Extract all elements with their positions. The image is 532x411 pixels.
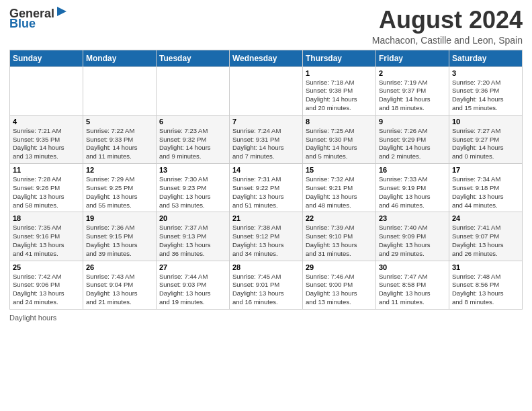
logo-blue: Blue [9, 17, 36, 30]
calendar-cell: 12Sunrise: 7:29 AMSunset: 9:25 PMDayligh… [83, 164, 157, 212]
calendar-cell [10, 66, 83, 115]
page: General Blue August 2024 Machacon, Casti… [0, 0, 532, 411]
day-number: 2 [379, 69, 446, 77]
calendar-cell: 26Sunrise: 7:43 AMSunset: 9:04 PMDayligh… [83, 261, 157, 309]
svg-marker-0 [57, 7, 66, 16]
day-info: Sunrise: 7:25 AMSunset: 9:30 PMDaylight:… [306, 127, 373, 161]
day-number: 4 [13, 118, 80, 126]
calendar-header-row: SundayMondayTuesdayWednesdayThursdayFrid… [10, 50, 523, 66]
day-info: Sunrise: 7:38 AMSunset: 9:12 PMDaylight:… [232, 224, 300, 258]
day-number: 30 [379, 263, 446, 271]
calendar-cell: 19Sunrise: 7:36 AMSunset: 9:15 PMDayligh… [83, 212, 157, 261]
calendar-week-row: 25Sunrise: 7:42 AMSunset: 9:06 PMDayligh… [10, 261, 523, 309]
day-info: Sunrise: 7:26 AMSunset: 9:29 PMDaylight:… [379, 127, 446, 161]
calendar-cell [157, 66, 230, 115]
calendar-cell: 20Sunrise: 7:37 AMSunset: 9:13 PMDayligh… [157, 212, 230, 261]
day-of-week-header: Monday [83, 50, 157, 66]
calendar-cell: 17Sunrise: 7:34 AMSunset: 9:18 PMDayligh… [449, 164, 523, 212]
calendar-cell: 11Sunrise: 7:28 AMSunset: 9:26 PMDayligh… [10, 164, 83, 212]
day-number: 8 [306, 118, 373, 126]
day-info: Sunrise: 7:43 AMSunset: 9:04 PMDaylight:… [86, 273, 153, 307]
day-number: 15 [306, 166, 373, 174]
day-of-week-header: Wednesday [230, 50, 303, 66]
day-number: 26 [86, 263, 153, 271]
calendar-week-row: 1Sunrise: 7:18 AMSunset: 9:38 PMDaylight… [10, 66, 523, 115]
calendar-cell: 30Sunrise: 7:47 AMSunset: 8:58 PMDayligh… [376, 261, 449, 309]
footer: Daylight hours [9, 314, 523, 322]
day-number: 22 [306, 214, 373, 222]
day-number: 13 [159, 166, 226, 174]
calendar-cell: 9Sunrise: 7:26 AMSunset: 9:29 PMDaylight… [376, 115, 449, 163]
day-info: Sunrise: 7:30 AMSunset: 9:23 PMDaylight:… [159, 175, 226, 210]
calendar-cell: 28Sunrise: 7:45 AMSunset: 9:01 PMDayligh… [230, 261, 303, 309]
day-number: 17 [452, 166, 519, 174]
calendar-table: SundayMondayTuesdayWednesdayThursdayFrid… [9, 50, 523, 310]
calendar-week-row: 18Sunrise: 7:35 AMSunset: 9:16 PMDayligh… [10, 212, 523, 261]
day-of-week-header: Saturday [449, 50, 523, 66]
title-block: August 2024 Machacon, Castille and Leon,… [372, 7, 523, 46]
day-info: Sunrise: 7:36 AMSunset: 9:15 PMDaylight:… [86, 224, 153, 258]
calendar-cell: 4Sunrise: 7:21 AMSunset: 9:35 PMDaylight… [10, 115, 83, 163]
day-info: Sunrise: 7:33 AMSunset: 9:19 PMDaylight:… [379, 175, 446, 210]
day-number: 9 [379, 118, 446, 126]
day-info: Sunrise: 7:24 AMSunset: 9:31 PMDaylight:… [232, 127, 300, 161]
day-info: Sunrise: 7:42 AMSunset: 9:06 PMDaylight:… [13, 273, 80, 307]
footer-text: Daylight hours [9, 314, 56, 322]
calendar-cell: 13Sunrise: 7:30 AMSunset: 9:23 PMDayligh… [157, 164, 230, 212]
day-number: 31 [452, 263, 519, 271]
calendar-cell: 24Sunrise: 7:41 AMSunset: 9:07 PMDayligh… [449, 212, 523, 261]
day-number: 10 [452, 118, 519, 126]
calendar-cell: 25Sunrise: 7:42 AMSunset: 9:06 PMDayligh… [10, 261, 83, 309]
calendar-cell: 5Sunrise: 7:22 AMSunset: 9:33 PMDaylight… [83, 115, 157, 163]
day-of-week-header: Tuesday [157, 50, 230, 66]
day-of-week-header: Thursday [303, 50, 376, 66]
day-number: 7 [232, 118, 300, 126]
logo-arrow-icon [54, 7, 68, 20]
calendar-cell: 31Sunrise: 7:48 AMSunset: 8:56 PMDayligh… [449, 261, 523, 309]
header: General Blue August 2024 Machacon, Casti… [9, 7, 523, 46]
day-number: 14 [232, 166, 300, 174]
calendar-cell: 15Sunrise: 7:32 AMSunset: 9:21 PMDayligh… [303, 164, 376, 212]
calendar-cell: 10Sunrise: 7:27 AMSunset: 9:27 PMDayligh… [449, 115, 523, 163]
subtitle: Machacon, Castille and Leon, Spain [372, 35, 523, 46]
day-info: Sunrise: 7:31 AMSunset: 9:22 PMDaylight:… [232, 175, 300, 210]
day-info: Sunrise: 7:18 AMSunset: 9:38 PMDaylight:… [306, 79, 373, 113]
day-number: 28 [232, 263, 300, 271]
calendar-cell: 6Sunrise: 7:23 AMSunset: 9:32 PMDaylight… [157, 115, 230, 163]
calendar-cell: 18Sunrise: 7:35 AMSunset: 9:16 PMDayligh… [10, 212, 83, 261]
day-info: Sunrise: 7:21 AMSunset: 9:35 PMDaylight:… [13, 127, 80, 161]
calendar-week-row: 11Sunrise: 7:28 AMSunset: 9:26 PMDayligh… [10, 164, 523, 212]
day-info: Sunrise: 7:37 AMSunset: 9:13 PMDaylight:… [159, 224, 226, 258]
calendar-cell: 27Sunrise: 7:44 AMSunset: 9:03 PMDayligh… [157, 261, 230, 309]
calendar-cell: 14Sunrise: 7:31 AMSunset: 9:22 PMDayligh… [230, 164, 303, 212]
day-info: Sunrise: 7:44 AMSunset: 9:03 PMDaylight:… [159, 273, 226, 307]
calendar-cell: 3Sunrise: 7:20 AMSunset: 9:36 PMDaylight… [449, 66, 523, 115]
calendar-cell: 2Sunrise: 7:19 AMSunset: 9:37 PMDaylight… [376, 66, 449, 115]
day-number: 25 [13, 263, 80, 271]
day-info: Sunrise: 7:28 AMSunset: 9:26 PMDaylight:… [13, 175, 80, 210]
day-info: Sunrise: 7:23 AMSunset: 9:32 PMDaylight:… [159, 127, 226, 161]
calendar-cell: 16Sunrise: 7:33 AMSunset: 9:19 PMDayligh… [376, 164, 449, 212]
calendar-cell: 1Sunrise: 7:18 AMSunset: 9:38 PMDaylight… [303, 66, 376, 115]
day-number: 6 [159, 118, 226, 126]
day-info: Sunrise: 7:46 AMSunset: 9:00 PMDaylight:… [306, 273, 373, 307]
day-of-week-header: Sunday [10, 50, 83, 66]
calendar-cell: 21Sunrise: 7:38 AMSunset: 9:12 PMDayligh… [230, 212, 303, 261]
day-info: Sunrise: 7:27 AMSunset: 9:27 PMDaylight:… [452, 127, 519, 161]
main-title: August 2024 [372, 7, 523, 34]
day-number: 3 [452, 69, 519, 77]
day-info: Sunrise: 7:45 AMSunset: 9:01 PMDaylight:… [232, 273, 300, 307]
calendar-cell: 23Sunrise: 7:40 AMSunset: 9:09 PMDayligh… [376, 212, 449, 261]
day-number: 29 [306, 263, 373, 271]
calendar-cell: 7Sunrise: 7:24 AMSunset: 9:31 PMDaylight… [230, 115, 303, 163]
day-info: Sunrise: 7:40 AMSunset: 9:09 PMDaylight:… [379, 224, 446, 258]
day-number: 16 [379, 166, 446, 174]
day-info: Sunrise: 7:35 AMSunset: 9:16 PMDaylight:… [13, 224, 80, 258]
day-number: 24 [452, 214, 519, 222]
day-info: Sunrise: 7:22 AMSunset: 9:33 PMDaylight:… [86, 127, 153, 161]
day-info: Sunrise: 7:32 AMSunset: 9:21 PMDaylight:… [306, 175, 373, 210]
logo: General Blue [9, 7, 68, 30]
day-number: 11 [13, 166, 80, 174]
day-info: Sunrise: 7:19 AMSunset: 9:37 PMDaylight:… [379, 79, 446, 113]
calendar-cell: 29Sunrise: 7:46 AMSunset: 9:00 PMDayligh… [303, 261, 376, 309]
